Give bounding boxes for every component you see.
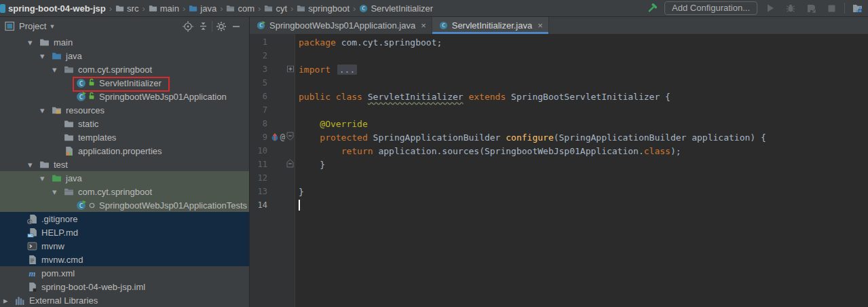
tree-expand-arrow-icon[interactable]: ▾ <box>40 105 52 115</box>
line-number[interactable]: 9 <box>250 132 267 142</box>
hide-panel-button[interactable] <box>229 19 244 34</box>
code-line[interactable]: 11 } <box>250 158 868 171</box>
collapse-all-button[interactable] <box>195 19 210 34</box>
tree-expand-arrow-icon[interactable]: ▾ <box>28 37 39 48</box>
tree-row[interactable]: ▾java <box>0 171 249 185</box>
tree-row[interactable]: ▾resources <box>0 103 249 117</box>
breadcrumb-item[interactable]: src <box>114 3 140 14</box>
tree-row[interactable]: CSpringbootWebJsp01ApplicationTests <box>0 198 249 212</box>
tree-row[interactable]: MDHELP.md <box>0 225 249 239</box>
editor-tab[interactable]: CSpringbootWebJsp01Application.java× <box>250 17 432 34</box>
tree-row[interactable]: ▾com.cyt.springboot <box>0 62 249 76</box>
code-line[interactable]: 10 return application.sources(Springboot… <box>250 144 868 158</box>
breadcrumb-item[interactable]: main <box>147 3 181 14</box>
project-tool-window: Project ▼ ▾main▾java▾com.cyt.springbootC… <box>0 17 250 307</box>
code-line[interactable]: 8 @Override <box>250 117 868 130</box>
line-number[interactable]: 7 <box>250 105 267 115</box>
class-run-icon: C <box>257 21 265 30</box>
breadcrumb-item[interactable]: com <box>225 3 256 14</box>
tree-row[interactable]: spring-boot-04-web-jsp.iml <box>0 280 249 293</box>
coverage-button[interactable] <box>804 1 818 15</box>
code-line[interactable]: 13} <box>250 185 868 198</box>
line-number[interactable]: 12 <box>250 173 267 183</box>
folder-test-icon <box>52 173 62 183</box>
tree-row[interactable]: ▾java <box>0 49 249 62</box>
fold-marker-icon[interactable] <box>286 132 294 143</box>
class-run-icon: C <box>76 200 86 211</box>
chevron-down-icon[interactable]: ▼ <box>49 23 55 30</box>
tree-item-label: SpringbootWebJsp01Application <box>99 92 227 102</box>
settings-gear-button[interactable] <box>214 19 229 34</box>
tree-expand-arrow-icon[interactable]: ▾ <box>40 51 52 61</box>
tree-expand-arrow-icon[interactable]: ▾ <box>40 173 52 183</box>
editor-tab[interactable]: CServletInitializer.java× <box>432 17 549 34</box>
tree-expand-arrow-icon[interactable]: ▾ <box>52 187 64 197</box>
tree-row[interactable]: ▸External Libraries <box>0 293 249 307</box>
code-line[interactable]: 3import ... <box>250 62 868 76</box>
code-line[interactable]: 2 <box>250 49 868 62</box>
line-number[interactable]: 14 <box>250 200 267 210</box>
breadcrumb-item[interactable]: springboot <box>295 3 351 14</box>
tree-row[interactable]: mvnw.cmd <box>0 253 249 266</box>
line-number[interactable]: 3 <box>250 65 267 74</box>
code-segment: application.sources(SpringbootWebJsp01Ap… <box>378 146 643 156</box>
breadcrumb-project-name[interactable]: spring-boot-04-web-jsp <box>8 3 106 14</box>
breadcrumb-item[interactable]: cyt <box>263 3 288 14</box>
tree-expand-arrow-icon[interactable]: ▾ <box>28 160 39 170</box>
code-line[interactable]: 5 <box>250 76 868 90</box>
line-number[interactable]: 6 <box>250 92 267 101</box>
project-tree: ▾main▾java▾com.cyt.springbootCServletIni… <box>0 35 249 307</box>
stop-button[interactable] <box>824 1 839 15</box>
add-configuration-button[interactable]: Add Configuration... <box>664 1 757 15</box>
editor-tab-bar: CSpringbootWebJsp01Application.java×CSer… <box>250 17 868 34</box>
fold-marker-icon[interactable] <box>286 159 294 170</box>
locate-file-button[interactable] <box>181 19 195 34</box>
code-line[interactable]: 1package com.cyt.springboot; <box>250 35 868 49</box>
code-text: @Override <box>295 119 368 129</box>
tree-row[interactable]: mpom.xml <box>0 266 249 280</box>
line-number[interactable]: 13 <box>250 187 267 196</box>
editor-tab-label: SpringbootWebJsp01Application.java <box>269 20 415 31</box>
tree-row[interactable]: templates <box>0 130 249 144</box>
debug-button[interactable] <box>783 1 798 15</box>
line-number[interactable]: 1 <box>250 37 267 47</box>
line-number[interactable]: 5 <box>250 78 267 88</box>
tree-collapse-arrow-icon[interactable]: ▸ <box>3 295 15 306</box>
project-structure-button[interactable] <box>850 1 865 15</box>
line-number[interactable]: 11 <box>250 160 267 169</box>
tree-row[interactable]: mvnw <box>0 239 249 253</box>
tree-row[interactable]: ▾com.cyt.springboot <box>0 185 249 198</box>
annotation-gutter-icon[interactable]: @ <box>280 132 285 142</box>
tree-row[interactable]: CServletInitializer <box>0 76 249 90</box>
tree-row[interactable]: ▾main <box>0 35 249 49</box>
breadcrumb-item[interactable]: java <box>187 3 218 14</box>
code-line[interactable]: 9@ protected SpringApplicationBuilder co… <box>250 130 868 144</box>
tree-item-label: com.cyt.springboot <box>78 187 152 197</box>
breadcrumb-item[interactable]: CServletInitializer <box>358 3 434 14</box>
fold-marker-icon[interactable] <box>287 65 294 75</box>
run-button[interactable] <box>763 1 778 15</box>
tree-row[interactable]: application.properties <box>0 144 249 158</box>
svg-text:MD: MD <box>28 234 33 237</box>
overriding-method-icon[interactable] <box>271 133 279 141</box>
code-line[interactable]: 14 <box>250 198 868 212</box>
tree-row[interactable]: ▾test <box>0 158 249 171</box>
tree-row[interactable]: static <box>0 117 249 130</box>
line-number[interactable]: 10 <box>250 146 267 156</box>
tab-close-icon[interactable]: × <box>421 20 426 31</box>
file-ignored-icon <box>27 214 37 224</box>
code-line[interactable]: 6public class ServletInitializer extends… <box>250 90 868 103</box>
breadcrumb-label: com <box>238 3 254 14</box>
project-panel-title[interactable]: Project <box>19 21 46 31</box>
tree-row[interactable]: .gitignore <box>0 212 249 225</box>
tab-close-icon[interactable]: × <box>537 20 543 31</box>
code-editor[interactable]: 1package com.cyt.springboot;23import ...… <box>250 34 868 307</box>
tree-row[interactable]: CSpringbootWebJsp01Application <box>0 90 249 103</box>
code-segment: package <box>299 37 341 48</box>
code-line[interactable]: 12 <box>250 171 868 185</box>
line-number[interactable]: 8 <box>250 119 267 128</box>
tree-expand-arrow-icon[interactable]: ▾ <box>52 65 64 75</box>
code-line[interactable]: 7 <box>250 103 868 117</box>
build-hammer-button[interactable] <box>644 1 659 15</box>
line-number[interactable]: 2 <box>250 51 267 60</box>
